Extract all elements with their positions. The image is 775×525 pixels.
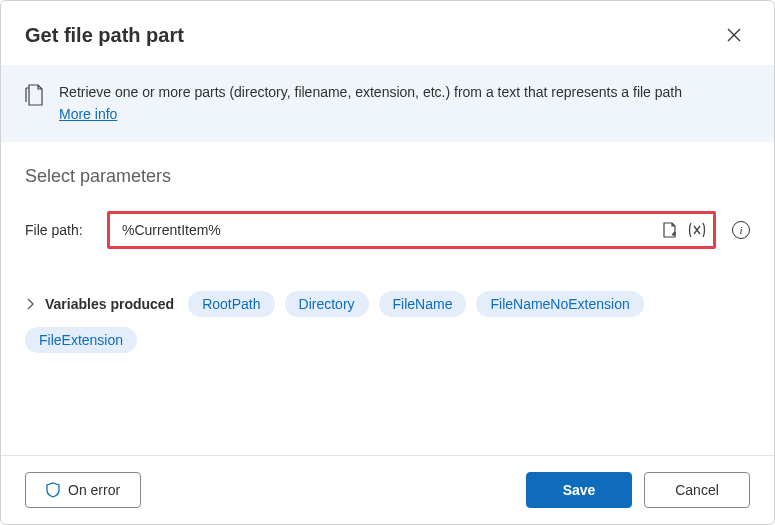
dialog-footer: On error Save Cancel <box>1 455 774 524</box>
more-info-link[interactable]: More info <box>59 104 117 124</box>
file-path-input[interactable] <box>120 221 661 239</box>
variables-produced-row: Variables produced RootPath Directory Fi… <box>25 291 750 353</box>
dialog: Get file path part Retrieve one or more … <box>0 0 775 525</box>
dialog-title: Get file path part <box>25 24 184 47</box>
variable-icon[interactable] <box>687 222 707 238</box>
dialog-body: Select parameters File path: i <box>1 142 774 455</box>
section-title: Select parameters <box>25 166 750 187</box>
description-text-wrap: Retrieve one or more parts (directory, f… <box>59 82 682 124</box>
variables-produced-label: Variables produced <box>45 296 174 312</box>
variable-pill[interactable]: FileName <box>379 291 467 317</box>
cancel-button[interactable]: Cancel <box>644 472 750 508</box>
save-button[interactable]: Save <box>526 472 632 508</box>
file-path-input-wrap <box>107 211 716 249</box>
variable-pill[interactable]: FileExtension <box>25 327 137 353</box>
input-icons <box>661 221 707 239</box>
info-icon[interactable]: i <box>732 221 750 239</box>
variable-pill[interactable]: Directory <box>285 291 369 317</box>
select-file-icon[interactable] <box>661 221 679 239</box>
file-path-label: File path: <box>25 222 97 238</box>
description-banner: Retrieve one or more parts (directory, f… <box>1 65 774 142</box>
on-error-button[interactable]: On error <box>25 472 141 508</box>
expand-toggle[interactable] <box>25 298 35 310</box>
file-path-row: File path: i <box>25 211 750 249</box>
variable-pill[interactable]: FileNameNoExtension <box>476 291 643 317</box>
shield-icon <box>46 482 60 498</box>
file-icon <box>25 84 45 110</box>
close-icon <box>727 28 741 42</box>
on-error-label: On error <box>68 482 120 498</box>
chevron-right-icon <box>25 298 35 310</box>
description-text: Retrieve one or more parts (directory, f… <box>59 84 682 100</box>
close-button[interactable] <box>718 19 750 51</box>
variable-pill[interactable]: RootPath <box>188 291 274 317</box>
dialog-header: Get file path part <box>1 1 774 65</box>
footer-right: Save Cancel <box>526 472 750 508</box>
